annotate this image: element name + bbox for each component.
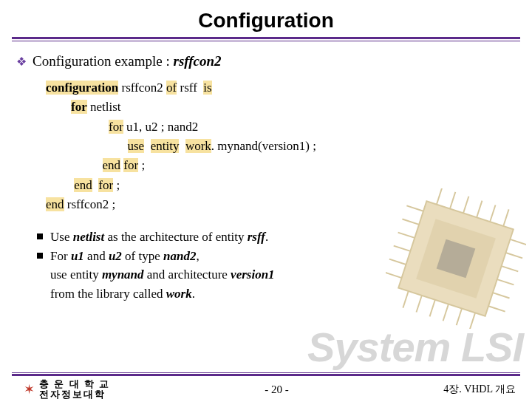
svg-line-25 (457, 309, 462, 326)
square-bullet-icon (37, 253, 43, 259)
svg-line-14 (488, 306, 505, 311)
diamond-bullet-icon: ❖ (16, 55, 27, 69)
explanation-list: Use netlist as the architecture of entit… (0, 214, 532, 303)
bullet-level1: ❖ Configuration example : rsffcon2 (0, 49, 532, 69)
chapter-label: 4장. VHDL 개요 (443, 383, 516, 396)
page-number: - 20 - (265, 383, 289, 396)
footer-rule-thin (12, 372, 520, 373)
watermark-text: System LSI (307, 323, 523, 371)
bullet1-text: Configuration example : (33, 53, 173, 69)
bullet1-identifier: rsffcon2 (173, 53, 221, 69)
explain-item-2: For u1 and u2 of type nand2, use entity … (37, 247, 532, 304)
square-bullet-icon (37, 233, 43, 239)
university-name: 충 운 대 학 교 전자정보대학 (39, 379, 110, 399)
slide-title: Configuration (0, 0, 532, 33)
svg-line-24 (443, 304, 449, 321)
explain-item-1: Use netlist as the architecture of entit… (37, 228, 532, 247)
slide-footer: ✶ 충 운 대 학 교 전자정보대학 - 20 - 4장. VHDL 개요 (0, 372, 532, 399)
code-block: configuration rsffcon2 of rsff is for ne… (0, 69, 532, 214)
title-rule-thick (12, 37, 520, 39)
star-icon: ✶ (24, 381, 35, 398)
svg-line-26 (470, 313, 475, 329)
title-rule-thin (12, 41, 520, 41)
